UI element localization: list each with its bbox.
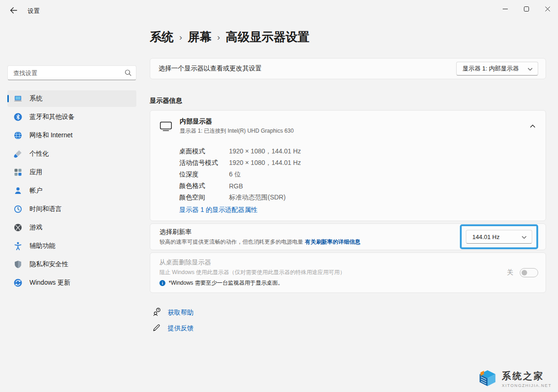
refresh-rate-text: 选择刷新率 较高的速率可提供更流畅的动作，但也消耗更多的电源电量有关刷新率的详细… — [159, 228, 360, 246]
maximize-button[interactable] — [516, 0, 537, 18]
windows-update-icon — [13, 278, 23, 287]
window-controls — [494, 0, 558, 18]
display-info-subtitle: 显示器 1: 已连接到 Intel(R) UHD Graphics 630 — [180, 127, 294, 135]
back-arrow-icon — [10, 7, 17, 15]
sidebar-item-windows-update[interactable]: Windows 更新 — [7, 275, 136, 291]
minimize-button[interactable] — [494, 0, 516, 18]
remove-display-note: i *Windows 需要至少一台监视器用于显示桌面。 — [159, 279, 345, 287]
detail-row-color-format: 颜色格式 RGB — [179, 180, 538, 192]
main-content: 系统 › 屏幕 › 高级显示器设置 选择一个显示器以查看或更改其设置 显示器 1… — [150, 22, 546, 338]
detail-label: 颜色格式 — [179, 182, 229, 190]
remove-display-note-text: *Windows 需要至少一台监视器用于显示桌面。 — [169, 279, 283, 287]
detail-label: 桌面模式 — [179, 147, 229, 156]
refresh-rate-description: 较高的速率可提供更流畅的动作，但也消耗更多的电源电量有关刷新率的详细信息 — [159, 238, 360, 246]
sidebar-item-label: 隐私和安全性 — [29, 260, 68, 269]
detail-row-bit-depth: 位深度 6 位 — [179, 169, 538, 180]
remove-display-toggle[interactable] — [520, 268, 538, 277]
monitor-select-card: 选择一个显示器以查看或更改其设置 显示器 1: 内部显示器 — [150, 58, 546, 79]
sidebar: 系统 蓝牙和其他设备 网络和 Internet 个性化 — [0, 22, 144, 392]
detail-value: RGB — [229, 182, 243, 190]
network-globe-icon — [13, 131, 23, 140]
settings-window: 设置 系统 — [0, 0, 558, 392]
sidebar-item-bluetooth[interactable]: 蓝牙和其他设备 — [7, 109, 136, 125]
back-button[interactable] — [6, 4, 21, 18]
breadcrumb-separator: › — [217, 31, 220, 42]
sidebar-item-gaming[interactable]: 游戏 — [7, 219, 136, 236]
shield-icon — [13, 260, 23, 269]
search-input[interactable] — [8, 66, 136, 80]
sidebar-item-apps[interactable]: 应用 — [7, 164, 136, 181]
detail-row-color-space: 颜色空间 标准动态范围(SDR) — [179, 192, 538, 203]
display-adapter-properties-link[interactable]: 显示器 1 的显示适配器属性 — [179, 206, 258, 214]
clock-icon — [13, 205, 23, 214]
detail-value: 6 位 — [229, 170, 241, 179]
display-info-header[interactable]: 内部显示器 显示器 1: 已连接到 Intel(R) UHD Graphics … — [150, 111, 546, 142]
display-info-titles: 内部显示器 显示器 1: 已连接到 Intel(R) UHD Graphics … — [180, 117, 294, 135]
search-icon[interactable] — [124, 69, 132, 78]
refresh-rate-highlight-box: 144.01 Hz — [460, 224, 538, 249]
chevron-down-icon — [522, 234, 527, 240]
footer-links: 获取帮助 提供反馈 — [150, 307, 546, 334]
give-feedback-label: 提供反馈 — [168, 324, 194, 333]
sidebar-item-label: 个性化 — [29, 150, 49, 158]
titlebar: 设置 — [0, 0, 558, 22]
remove-display-card: 从桌面删除显示器 阻止 Windows 使用此显示器（仅对需要使用此显示器的特殊… — [150, 252, 546, 293]
chevron-up-icon[interactable] — [530, 124, 535, 128]
xbox-gaming-icon — [13, 223, 23, 232]
sidebar-item-label: 辅助功能 — [29, 242, 55, 250]
remove-display-toggle-group: 关 — [507, 268, 538, 277]
page-title: 高级显示器设置 — [226, 29, 310, 45]
watermark-url: XITONGZHIJIA.NET — [502, 383, 552, 388]
display-details: 桌面模式 1920 × 1080，144.01 Hz 活动信号模式 1920 ×… — [150, 142, 546, 214]
personalization-brush-icon — [13, 149, 23, 158]
sidebar-item-label: 系统 — [29, 94, 42, 103]
refresh-rate-description-text: 较高的速率可提供更流畅的动作，但也消耗更多的电源电量 — [159, 239, 303, 245]
get-help-link[interactable]: 获取帮助 — [152, 307, 546, 319]
system-icon — [13, 94, 23, 103]
watermark-title: 系统之家 — [502, 370, 552, 382]
info-icon: i — [159, 280, 165, 286]
monitor-select-label: 选择一个显示器以查看或更改其设置 — [159, 64, 262, 73]
maximize-icon — [524, 6, 529, 12]
refresh-rate-dropdown[interactable]: 144.01 Hz — [466, 230, 532, 244]
detail-value: 1920 × 1080，144.01 Hz — [229, 147, 301, 156]
close-button[interactable] — [537, 0, 558, 18]
remove-display-description: 阻止 Windows 使用此显示器（仅对需要使用此显示器的特殊用途应用可用） — [159, 269, 345, 276]
refresh-rate-value: 144.01 Hz — [472, 234, 499, 240]
sidebar-item-label: 蓝牙和其他设备 — [29, 113, 75, 121]
accounts-person-icon — [13, 186, 23, 195]
sidebar-item-personalization[interactable]: 个性化 — [7, 146, 136, 162]
sidebar-item-time-language[interactable]: 时间和语言 — [7, 201, 136, 217]
detail-row-signal-mode: 活动信号模式 1920 × 1080，144.01 Hz — [179, 157, 538, 169]
get-help-label: 获取帮助 — [168, 309, 194, 317]
breadcrumb-separator: › — [179, 31, 182, 42]
feedback-pen-icon — [152, 323, 161, 334]
breadcrumb-display[interactable]: 屏幕 — [188, 29, 211, 45]
watermark-text: 系统之家 XITONGZHIJIA.NET — [502, 370, 552, 388]
section-title-display-info: 显示器信息 — [150, 97, 546, 105]
sidebar-item-label: 游戏 — [29, 223, 42, 232]
refresh-rate-info-link[interactable]: 有关刷新率的详细信息 — [305, 239, 360, 245]
breadcrumb-system[interactable]: 系统 — [150, 29, 174, 45]
sidebar-item-network[interactable]: 网络和 Internet — [7, 127, 136, 144]
sidebar-item-system[interactable]: 系统 — [7, 90, 136, 107]
apps-grid-icon — [13, 168, 23, 177]
detail-row-desktop-mode: 桌面模式 1920 × 1080，144.01 Hz — [179, 146, 538, 157]
chevron-down-icon — [528, 65, 533, 72]
display-info-card: 内部显示器 显示器 1: 已连接到 Intel(R) UHD Graphics … — [150, 110, 546, 221]
display-info-title: 内部显示器 — [180, 117, 294, 126]
remove-display-title: 从桌面删除显示器 — [159, 258, 345, 267]
toggle-state-label: 关 — [507, 269, 513, 277]
minimize-icon — [503, 6, 508, 12]
detail-label: 颜色空间 — [179, 193, 229, 202]
monitor-select-dropdown[interactable]: 显示器 1: 内部显示器 — [456, 62, 538, 76]
refresh-rate-title: 选择刷新率 — [159, 228, 360, 236]
give-feedback-link[interactable]: 提供反馈 — [152, 322, 546, 334]
sidebar-item-privacy[interactable]: 隐私和安全性 — [7, 256, 136, 273]
detail-label: 位深度 — [179, 170, 229, 179]
sidebar-item-accessibility[interactable]: 辅助功能 — [7, 238, 136, 254]
sidebar-item-accounts[interactable]: 帐户 — [7, 182, 136, 199]
monitor-select-value: 显示器 1: 内部显示器 — [463, 64, 519, 73]
xitongzhijia-logo-icon — [477, 368, 498, 389]
sidebar-item-label: 应用 — [29, 168, 42, 176]
